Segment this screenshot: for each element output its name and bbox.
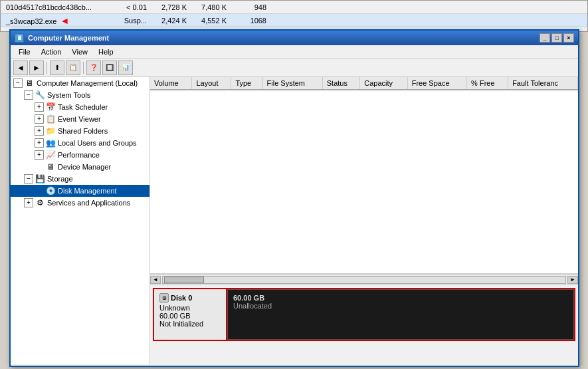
disk-name: ⊙ Disk 0 <box>159 293 221 303</box>
sidebar-item-shared-folders[interactable]: 📁 Shared Folders <box>11 125 149 137</box>
expand-performance[interactable] <box>35 150 44 160</box>
expand-storage[interactable] <box>24 174 33 184</box>
main-content: 🖥 Computer Management (Local) 🔧 System T… <box>11 77 578 364</box>
sidebar-label-shared-folders: Shared Folders <box>58 127 108 135</box>
maximize-button[interactable]: □ <box>551 33 562 43</box>
disk-0-row: ⊙ Disk 0 Unknown 60.00 GB Not Initialize… <box>153 288 575 341</box>
sidebar-label-services-applications: Services and Applications <box>47 199 130 207</box>
sidebar-label-computer-management: Computer Management (Local) <box>37 79 138 87</box>
col-freespace[interactable]: Free Space <box>407 77 466 90</box>
sidebar-label-system-tools: System Tools <box>47 91 90 99</box>
help-button[interactable]: ❓ <box>86 61 101 75</box>
system-tools-icon: 🔧 <box>35 90 45 100</box>
sidebar: 🖥 Computer Management (Local) 🔧 System T… <box>11 77 150 364</box>
disk-management-icon: 💿 <box>45 185 56 196</box>
pid-2: 1068 <box>229 17 269 25</box>
sidebar-item-event-viewer[interactable]: 📋 Event Viewer <box>11 113 149 125</box>
col-capacity[interactable]: Capacity <box>360 77 407 90</box>
col-status[interactable]: Status <box>322 77 360 90</box>
sidebar-item-storage[interactable]: 💾 Storage <box>11 173 149 185</box>
partition-size: 60.00 GB <box>233 294 568 302</box>
minimize-button[interactable]: _ <box>539 33 550 43</box>
scroll-thumb[interactable] <box>164 277 204 283</box>
scroll-track[interactable] <box>162 276 566 284</box>
expand-event-viewer[interactable] <box>35 114 44 124</box>
pid-1: 948 <box>229 3 269 11</box>
red-arrow-icon: ◄ <box>60 15 70 26</box>
computer-management-window: 🖥 Computer Management _ □ × File Action … <box>9 29 579 367</box>
sidebar-item-task-scheduler[interactable]: 📅 Task Scheduler <box>11 101 149 113</box>
computer-management-icon: 🖥 <box>24 78 35 88</box>
app-icon: 🖥 <box>15 33 24 43</box>
volume-table: Volume Layout Type File System Status Ca… <box>150 77 578 90</box>
shared-folders-icon: 📁 <box>45 126 56 136</box>
disk-0-partition-area: 60.00 GB Unallocated <box>227 289 574 340</box>
col-layout[interactable]: Layout <box>192 77 231 90</box>
sidebar-label-storage: Storage <box>47 175 73 183</box>
process-name-1: 010d4517c81bcdc438cb... <box>3 3 110 11</box>
scroll-left-arrow[interactable]: ◄ <box>150 276 161 284</box>
expand-task-scheduler[interactable] <box>35 102 44 112</box>
menu-help[interactable]: Help <box>93 47 119 57</box>
taskman-row-1: 010d4517c81bcdc438cb... < 0.01 2,728 K 7… <box>1 1 587 14</box>
performance-icon: 📈 <box>45 150 56 160</box>
show-hide-tree-button[interactable]: 📋 <box>66 61 80 75</box>
view-button[interactable]: 📊 <box>118 61 133 75</box>
disk-0-unallocated: 60.00 GB Unallocated <box>227 289 574 340</box>
taskman-row-2: _s3wcap32.exe ◄ Susp... 2,424 K 4,552 K … <box>1 14 587 27</box>
expand-disk-management <box>35 186 44 195</box>
disk-label: Disk 0 <box>171 294 192 302</box>
forward-button[interactable]: ► <box>29 61 44 75</box>
expand-local-users-groups[interactable] <box>35 138 44 148</box>
col-fault[interactable]: Fault Toleranc <box>508 77 578 90</box>
local-users-icon: 👥 <box>45 138 56 148</box>
menu-action[interactable]: Action <box>36 47 67 57</box>
working-2: 4,552 K <box>189 17 229 25</box>
private-2: 2,424 K <box>149 17 189 25</box>
close-button[interactable]: × <box>563 33 574 43</box>
expand-computer-management[interactable] <box>13 78 23 88</box>
sidebar-label-device-manager: Device Manager <box>58 163 111 171</box>
storage-icon: 💾 <box>35 174 45 184</box>
disk-status: Not Initialized <box>159 320 221 328</box>
expand-shared-folders[interactable] <box>35 126 44 136</box>
scroll-right-arrow[interactable]: ► <box>567 276 578 284</box>
taskmanager-snippet: 010d4517c81bcdc438cb... < 0.01 2,728 K 7… <box>0 0 588 32</box>
expand-services-applications[interactable] <box>24 198 33 207</box>
titlebar-buttons[interactable]: _ □ × <box>539 33 574 43</box>
sidebar-item-device-manager[interactable]: 🖥 Device Manager <box>11 161 149 173</box>
toolbar: ◄ ► ⬆ 📋 ❓ 🔲 📊 <box>11 59 578 77</box>
table-header-row: Volume Layout Type File System Status Ca… <box>150 77 578 90</box>
col-filesystem[interactable]: File System <box>262 77 322 90</box>
sidebar-item-system-tools[interactable]: 🔧 System Tools <box>11 89 149 101</box>
col-type[interactable]: Type <box>231 77 262 90</box>
partition-type: Unallocated <box>233 302 568 310</box>
sidebar-item-services-applications[interactable]: ⚙ Services and Applications <box>11 197 149 209</box>
col-volume[interactable]: Volume <box>150 77 192 90</box>
sidebar-item-performance[interactable]: 📈 Performance <box>11 149 149 161</box>
col-pctfree[interactable]: % Free <box>467 77 508 90</box>
up-button[interactable]: ⬆ <box>50 61 64 75</box>
export-button[interactable]: 🔲 <box>102 61 117 75</box>
menu-file[interactable]: File <box>13 47 36 57</box>
back-button[interactable]: ◄ <box>13 61 28 75</box>
titlebar: 🖥 Computer Management _ □ × <box>11 31 578 45</box>
disk-visualization-area: ⊙ Disk 0 Unknown 60.00 GB Not Initialize… <box>150 285 578 364</box>
services-icon: ⚙ <box>35 197 45 208</box>
right-panel: Volume Layout Type File System Status Ca… <box>150 77 578 364</box>
sidebar-item-local-users-groups[interactable]: 👥 Local Users and Groups <box>11 137 149 149</box>
private-1: 2,728 K <box>149 3 189 11</box>
expand-device-manager <box>35 162 44 172</box>
sidebar-item-disk-management[interactable]: 💿 Disk Management <box>11 185 149 197</box>
toolbar-separator-2 <box>83 62 84 74</box>
disk-type: Unknown <box>159 304 221 312</box>
menu-view[interactable]: View <box>66 47 93 57</box>
sidebar-label-performance: Performance <box>58 151 100 159</box>
toolbar-separator-1 <box>47 62 47 74</box>
horizontal-scrollbar[interactable]: ◄ ► <box>150 274 578 285</box>
expand-system-tools[interactable] <box>24 90 33 100</box>
sidebar-item-computer-management-local[interactable]: 🖥 Computer Management (Local) <box>11 77 149 89</box>
disk-size: 60.00 GB <box>159 312 221 320</box>
volume-table-area[interactable]: Volume Layout Type File System Status Ca… <box>150 77 578 274</box>
disk-0-info: ⊙ Disk 0 Unknown 60.00 GB Not Initialize… <box>154 289 227 340</box>
